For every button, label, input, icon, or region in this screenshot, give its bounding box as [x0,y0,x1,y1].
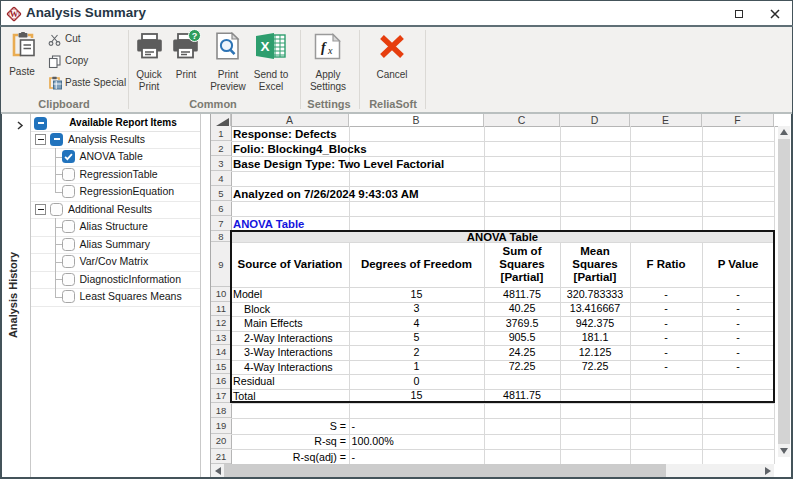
svg-text:X: X [260,39,269,54]
svg-text:x: x [327,45,333,56]
svg-text:W: W [10,9,19,19]
svg-text:?: ? [192,31,198,41]
